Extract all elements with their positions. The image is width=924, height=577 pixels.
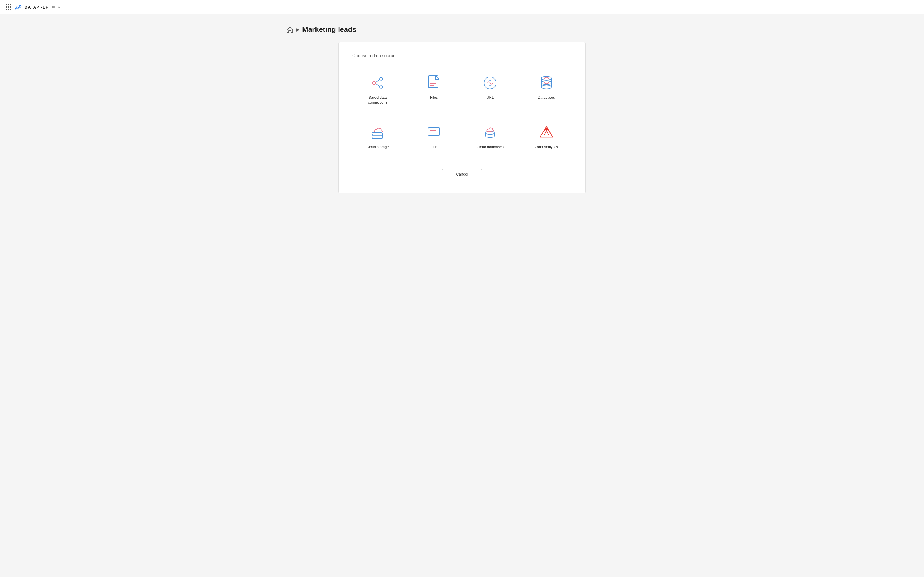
- beta-badge: BETA: [52, 5, 60, 8]
- svg-point-0: [372, 81, 376, 85]
- source-label-cloud-databases: Cloud databases: [477, 145, 504, 150]
- file-icon: [426, 75, 442, 91]
- svg-point-1: [380, 77, 383, 80]
- svg-point-28: [486, 135, 494, 138]
- source-item-saved-connections[interactable]: Saved dataconnections: [352, 69, 403, 110]
- database-icon: [538, 75, 555, 91]
- source-item-cloud-storage[interactable]: Cloud storage: [352, 119, 403, 155]
- home-icon: [286, 26, 294, 34]
- svg-point-20: [372, 137, 373, 138]
- cancel-row: Cancel: [352, 169, 572, 179]
- breadcrumb: ▶ Marketing leads: [286, 25, 638, 34]
- source-item-ftp[interactable]: FTP: [409, 119, 460, 155]
- source-item-url[interactable]: URL: [465, 69, 515, 110]
- svg-line-3: [376, 79, 380, 82]
- svg-rect-21: [428, 128, 440, 135]
- url-icon: [482, 75, 498, 91]
- svg-point-16: [544, 82, 549, 84]
- source-label-files: Files: [430, 95, 438, 100]
- svg-line-4: [376, 84, 380, 87]
- ftp-icon: [426, 124, 442, 141]
- topbar: DATAPREP BETA: [0, 0, 924, 14]
- breadcrumb-title: Marketing leads: [302, 25, 356, 34]
- svg-point-13: [541, 81, 551, 85]
- source-item-cloud-databases[interactable]: Cloud databases: [465, 119, 515, 155]
- main-content: ▶ Marketing leads Choose a data source: [270, 14, 654, 205]
- dataprep-logo-icon: [15, 3, 22, 11]
- cancel-button[interactable]: Cancel: [442, 169, 482, 179]
- zoho-icon: [538, 124, 555, 141]
- grid-icon: [5, 4, 11, 10]
- source-label-databases: Databases: [538, 95, 555, 100]
- source-label-url: URL: [486, 95, 494, 100]
- cloud-database-icon: [482, 124, 498, 141]
- source-label-ftp: FTP: [430, 145, 437, 150]
- source-label-saved-connections: Saved dataconnections: [368, 95, 387, 105]
- network-icon: [369, 75, 386, 91]
- app-logo[interactable]: DATAPREP BETA: [5, 3, 60, 11]
- svg-point-12: [541, 76, 551, 80]
- source-grid: Saved dataconnections Files: [352, 69, 572, 155]
- svg-point-19: [372, 134, 373, 135]
- svg-point-2: [380, 86, 383, 89]
- svg-rect-6: [428, 76, 438, 88]
- svg-point-15: [544, 77, 549, 79]
- source-item-databases[interactable]: Databases: [521, 69, 572, 110]
- cloud-storage-icon: [369, 124, 386, 141]
- source-label-cloud-storage: Cloud storage: [367, 145, 389, 150]
- app-name: DATAPREP: [24, 5, 48, 9]
- source-label-zoho-analytics: Zoho Analytics: [535, 145, 558, 150]
- choose-datasource-dialog: Choose a data source Saved dataconnectio…: [338, 42, 586, 193]
- breadcrumb-arrow: ▶: [296, 27, 299, 32]
- source-item-files[interactable]: Files: [409, 69, 460, 110]
- svg-point-14: [541, 85, 551, 89]
- source-item-zoho-analytics[interactable]: Zoho Analytics: [521, 119, 572, 155]
- dialog-subtitle: Choose a data source: [352, 53, 572, 58]
